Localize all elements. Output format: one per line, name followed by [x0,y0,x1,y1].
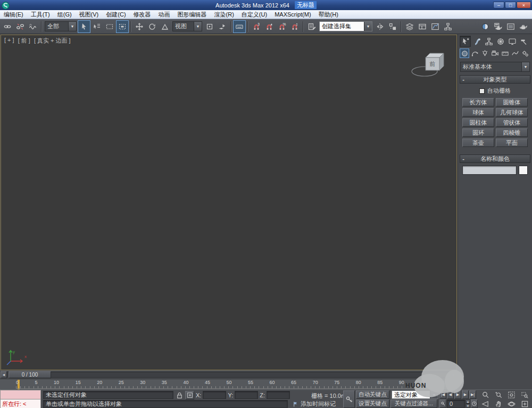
angle-snap-toggle[interactable] [263,20,276,33]
schematic-view-button[interactable] [442,20,454,33]
obj-button-cone[interactable]: 圆锥体 [496,98,528,107]
pan-button[interactable] [493,400,505,408]
maximize-button[interactable]: □ [505,2,516,9]
obj-button-tube[interactable]: 管状体 [496,118,528,127]
time-tag-label[interactable]: 添加时间标记 [301,400,336,408]
tab-utilities[interactable] [518,36,529,47]
window-crossing-toggle[interactable] [116,20,129,33]
menu-item-maxscript[interactable]: MAXScript(M) [271,11,314,18]
menu-item-graph-editors[interactable]: 图形编辑器 [174,11,211,19]
obj-button-teapot[interactable]: 茶壶 [462,138,494,147]
tab-display[interactable] [506,36,518,47]
close-button[interactable]: × [517,2,531,9]
name-color-rollout-header[interactable]: - 名称和颜色 [460,154,530,163]
spinner-snap-toggle[interactable] [288,20,301,33]
select-and-rotate-button[interactable] [146,20,159,33]
3dsmax-logo-icon[interactable] [2,2,10,10]
obj-button-sphere[interactable]: 球体 [462,108,494,117]
unlink-selection-button[interactable] [14,20,27,33]
set-key-toggle[interactable]: 设置关键点 [356,399,389,408]
auto-key-toggle[interactable]: 自动关键点 [356,390,389,399]
obj-button-cylinder[interactable]: 圆柱体 [462,118,494,127]
x-coordinate-field[interactable] [203,391,226,399]
tab-create[interactable] [460,36,471,47]
menu-item-edit[interactable]: 编辑(E) [0,11,27,19]
layer-manager-button[interactable] [403,20,416,33]
menu-item-tools[interactable]: 工具(T) [27,11,54,19]
y-coordinate-field[interactable] [235,391,258,399]
time-slider-track[interactable] [7,372,450,378]
selection-filter-dropdown[interactable]: 全部▼ [45,21,77,31]
maxscript-mini-listener[interactable]: 所在行: < [0,390,41,408]
subtab-cameras[interactable] [490,48,500,58]
current-frame-field[interactable]: 0 [447,399,465,408]
object-type-rollout-header[interactable]: - 对象类型 [460,75,530,84]
time-tag[interactable]: 添加时间标记 [292,400,336,408]
key-filters-button[interactable]: 关键点过滤器... [390,399,437,408]
time-slider-prev-arrow[interactable]: ◄ [1,371,7,378]
listener-macro-line[interactable] [0,390,41,399]
menu-item-customize[interactable]: 自定义(U) [238,11,271,19]
subtab-geometry[interactable] [460,48,469,58]
subtab-lights[interactable] [480,48,489,58]
graphite-ribbon-toggle[interactable] [416,20,429,33]
obj-button-plane[interactable]: 平面 [496,138,528,147]
use-pivot-center-button[interactable] [203,20,216,33]
minimize-button[interactable]: – [493,2,504,9]
zoom-button[interactable] [479,390,492,399]
z-coordinate-field[interactable] [267,391,290,399]
orbit-button[interactable] [505,400,518,408]
next-frame-button[interactable]: ▶ [462,390,469,399]
zoom-all-button[interactable] [493,390,505,399]
obj-button-torus[interactable]: 圆环 [462,128,494,137]
set-keys-button[interactable] [343,390,355,408]
viewport-shading-label[interactable]: [ 真实 + 边面 ] [34,37,71,45]
edit-named-selection-sets-button[interactable] [305,20,318,33]
listener-prompt-line[interactable]: 所在行: < [0,399,41,408]
rectangular-selection-region-button[interactable] [103,20,116,33]
obj-button-box[interactable]: 长方体 [462,98,494,107]
render-setup-button[interactable] [492,20,504,33]
tab-modify[interactable] [471,36,483,47]
obj-button-pyramid[interactable]: 四棱锥 [496,128,528,137]
keyboard-shortcut-override-toggle[interactable] [233,20,246,33]
rendered-frame-window-button[interactable] [504,20,517,33]
subtab-systems[interactable] [520,48,530,58]
subtab-shapes[interactable] [470,48,479,58]
time-configuration-button[interactable] [471,399,478,408]
viewcube[interactable]: 前 [411,50,446,79]
select-and-move-button[interactable] [133,20,146,33]
zoom-region-button[interactable] [519,390,531,399]
object-name-input[interactable] [462,166,517,175]
field-of-view-button[interactable] [479,400,492,408]
track-bar[interactable]: 0 5 10 15 20 25 30 35 40 45 50 55 60 65 … [0,379,458,389]
reference-coord-dropdown[interactable]: 视图▼ [172,21,202,31]
menu-item-rendering[interactable]: 渲染(R) [211,11,238,19]
selection-lock-toggle[interactable] [175,391,184,399]
frame-spinner[interactable]: ▲▼ [466,399,470,408]
menu-item-group[interactable]: 组(G) [54,11,76,19]
obj-button-geosphere[interactable]: 几何球体 [496,108,528,117]
go-to-end-button[interactable]: ▶| [469,390,476,399]
spinner-up-icon[interactable]: ▲ [466,399,470,404]
select-and-scale-button[interactable] [159,20,171,33]
select-and-manipulate-button[interactable] [216,20,229,33]
select-object-button[interactable] [78,20,90,33]
subtab-helpers[interactable] [500,48,510,58]
absolute-offset-toggle[interactable] [185,391,194,399]
primitive-type-dropdown[interactable]: 标准基本体 ▼ [460,62,530,72]
viewport-menu-label[interactable]: [ + ] [4,37,14,45]
tab-hierarchy[interactable] [483,36,494,47]
menu-item-views[interactable]: 视图(V) [76,11,103,19]
snaps-toggle-3d[interactable]: 3 [250,20,263,33]
autogrid-checkbox[interactable] [479,88,485,94]
key-mode-toggle[interactable] [439,399,446,408]
subtab-space-warps[interactable] [510,48,520,58]
render-production-button[interactable] [517,20,530,33]
percent-snap-toggle[interactable]: % [276,20,288,33]
time-slider-handle[interactable]: 0 / 100 [9,371,51,378]
material-editor-button[interactable] [479,20,492,33]
mirror-button[interactable] [373,20,386,33]
object-color-swatch[interactable] [519,166,528,175]
menu-item-modifiers[interactable]: 修改器 [130,11,155,19]
